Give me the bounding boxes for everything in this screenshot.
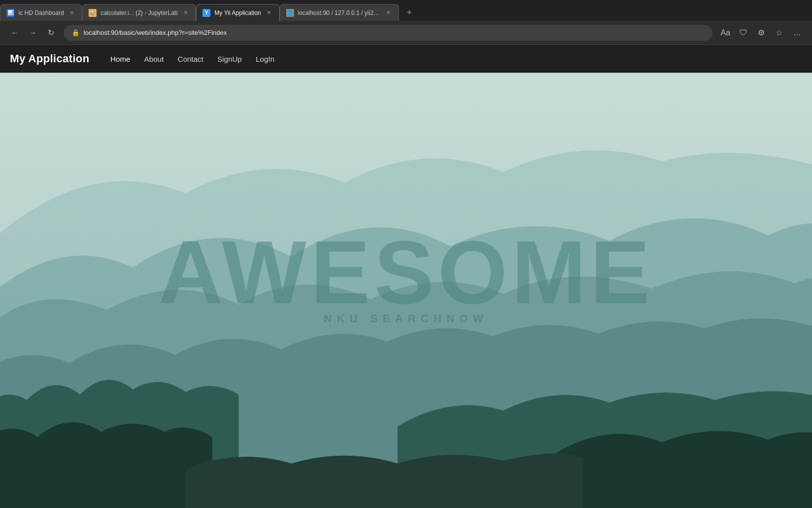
tab-favicon-4: 🌐 xyxy=(286,9,294,17)
browser-nav-controls: ← → ↻ xyxy=(8,26,58,40)
read-mode-icon[interactable]: Aa xyxy=(718,26,732,40)
tab-bar: 📊 ic HD Dashboard ✕ 🔬 calculater.i... (2… xyxy=(0,0,812,21)
navbar: My Application Home About Contact SignUp… xyxy=(0,45,812,73)
more-icon[interactable]: … xyxy=(790,26,804,40)
tab-1[interactable]: 📊 ic HD Dashboard ✕ xyxy=(0,4,82,21)
nav-link-home[interactable]: Home xyxy=(109,53,131,65)
nav-brand[interactable]: My Application xyxy=(10,52,90,65)
nav-link-contact[interactable]: Contact xyxy=(177,53,204,65)
tab-close-4[interactable]: ✕ xyxy=(385,9,393,17)
browser-settings-icon[interactable]: ⚙ xyxy=(754,26,768,40)
tab-close-2[interactable]: ✕ xyxy=(182,9,190,17)
nav-link-login[interactable]: LogIn xyxy=(255,53,276,65)
tab-favicon-3: Y xyxy=(203,9,210,17)
tab-close-1[interactable]: ✕ xyxy=(68,9,76,17)
browser-toolbar-controls: Aa 🛡 ⚙ ☆ … xyxy=(718,26,804,40)
tab-3[interactable]: Y My Yii Application ✕ xyxy=(196,4,279,21)
tab-title-4: localhost:90 / 127.0.0.1 / yii2basi... xyxy=(298,9,381,16)
address-bar: ← → ↻ 🔒 localhost:90/basic/web/index.php… xyxy=(0,21,812,45)
nav-link-about[interactable]: About xyxy=(143,53,165,65)
nav-links: Home About Contact SignUp LogIn xyxy=(109,53,276,65)
tab-2[interactable]: 🔬 calculater.i... (2) - JupyterLab ✕ xyxy=(82,4,196,21)
nav-link-signup[interactable]: SignUp xyxy=(216,53,243,65)
hero-text-container: AWESOME NKU SEARCHNOW xyxy=(158,228,654,325)
lock-icon: 🔒 xyxy=(72,29,80,36)
tab-title-2: calculater.i... (2) - JupyterLab xyxy=(101,9,178,16)
tab-favicon-1: 📊 xyxy=(6,9,14,17)
browser-chrome: 📊 ic HD Dashboard ✕ 🔬 calculater.i... (2… xyxy=(0,0,812,508)
address-text: localhost:90/basic/web/index.php?r=site%… xyxy=(84,29,705,36)
tab-title-3: My Yii Application xyxy=(214,9,261,16)
favorites-icon[interactable]: ☆ xyxy=(772,26,786,40)
new-tab-button[interactable]: + xyxy=(401,4,418,21)
back-button[interactable]: ← xyxy=(8,26,22,40)
address-input-wrap[interactable]: 🔒 localhost:90/basic/web/index.php?r=sit… xyxy=(64,25,712,41)
forward-button[interactable]: → xyxy=(26,26,40,40)
refresh-button[interactable]: ↻ xyxy=(44,26,58,40)
tab-close-3[interactable]: ✕ xyxy=(265,9,273,17)
extension-icon[interactable]: 🛡 xyxy=(736,26,750,40)
tab-title-1: ic HD Dashboard xyxy=(18,9,64,16)
awesome-heading: AWESOME xyxy=(158,228,654,317)
tab-favicon-2: 🔬 xyxy=(89,9,97,17)
website-content: My Application Home About Contact SignUp… xyxy=(0,45,812,508)
tab-4[interactable]: 🌐 localhost:90 / 127.0.0.1 / yii2basi...… xyxy=(280,4,399,21)
